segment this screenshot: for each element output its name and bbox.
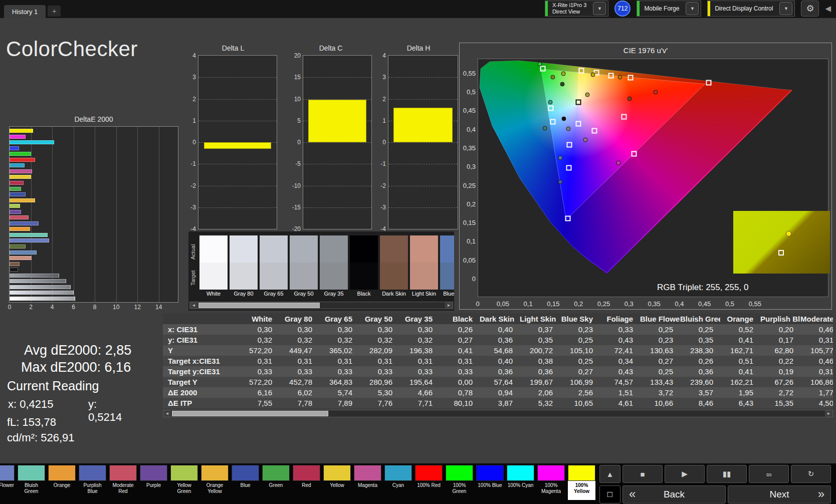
patch-button[interactable]: Red (293, 465, 320, 500)
results-table: WhiteGray 80Gray 65Gray 50Gray 35BlackDa… (163, 313, 833, 408)
scroll-right-icon[interactable]: ► (445, 302, 453, 309)
deltae-x-tick-label: 14 (155, 304, 162, 311)
deltaC-ylabels: 20151050-5-10-15-20 (290, 55, 303, 229)
rgb-triplet-label: RGB Triplet: 255, 255, 0 (657, 283, 748, 293)
table-cell: 7,89 (319, 399, 359, 407)
table-cell: 2,72 (760, 388, 800, 397)
top-bar-right: X-Rite i1Pro 3 Direct View ▼ 712 Mobile … (545, 1, 836, 18)
swatch[interactable]: Blue Sky (440, 235, 454, 299)
chevron-down-icon[interactable]: ▼ (686, 2, 699, 15)
scroll-left-icon[interactable]: ◄ (190, 302, 197, 309)
patch-label: Blue Flower (0, 481, 15, 500)
swatch-actual (410, 235, 438, 263)
play-button[interactable]: ▶ (665, 465, 705, 483)
stop-button[interactable]: ■ (622, 465, 663, 483)
table-scroll-track[interactable] (171, 410, 825, 417)
swatch[interactable]: Gray 35 (320, 235, 348, 299)
patch-label: Magenta (354, 481, 381, 500)
patch-button[interactable]: Yellow Green (170, 465, 198, 500)
table-cell: 106,86 (800, 378, 833, 386)
cie-x-tick-label: 0,1 (524, 300, 533, 308)
current-fl: fL: 153,78 (7, 416, 56, 429)
patch-button[interactable]: 100% Red (415, 465, 443, 500)
up-arrow-button[interactable]: ▲ (599, 465, 620, 483)
cie-y-tick-label: 0,3 (460, 163, 476, 170)
swatch[interactable]: White (199, 235, 228, 299)
swatch[interactable]: Gray 65 (260, 235, 288, 299)
table-cell: 72,41 (600, 346, 640, 355)
patch-button[interactable]: Orange Yellow (201, 465, 229, 500)
cie-target-marker (592, 128, 597, 134)
delta-y-tick-label: 0 (297, 139, 301, 146)
current-y: y: 0,5214 (88, 398, 122, 424)
scroll-left-icon[interactable]: ◄ (163, 410, 171, 417)
patch-button[interactable]: 100% Cyan (507, 465, 534, 500)
delta-y-tick-label: -5 (295, 160, 301, 167)
delta-gridline (388, 77, 458, 78)
patch-button[interactable]: Moderate Red (109, 465, 137, 500)
delta-y-tick-label: 10 (294, 96, 301, 103)
swatch[interactable]: Light Skin (410, 235, 438, 299)
patch-button[interactable]: Orange (48, 465, 76, 500)
cie-y-tick-label: 0,5 (460, 88, 476, 96)
delta-y-tick-label: 3 (382, 74, 386, 81)
refresh-button[interactable]: ↻ (791, 465, 831, 483)
cie-target-marker (540, 66, 545, 71)
patch-button[interactable]: Cyan (384, 465, 412, 500)
patch-button[interactable]: Green (262, 465, 290, 500)
table-cell: 0,23 (640, 336, 680, 344)
delta-bar (308, 100, 367, 142)
add-tab-button[interactable]: + (48, 6, 61, 17)
scroll-right-icon[interactable]: ► (825, 410, 832, 417)
patch-button[interactable]: Blue Flower (0, 465, 15, 500)
swatch-scroll-thumb[interactable] (198, 303, 320, 308)
table-header-cell: Light Skin (520, 315, 560, 323)
swatch-scrollbar[interactable]: ◄ ► (189, 302, 453, 309)
next-button[interactable]: Next » (728, 485, 831, 503)
patch-button[interactable]: Bluish Green (18, 465, 45, 500)
patch-button[interactable]: Purplish Blue (79, 465, 106, 500)
back-button[interactable]: « Back (622, 485, 726, 503)
patch-button[interactable]: 100% Green (446, 465, 473, 500)
display-control-dropdown[interactable]: Direct Display Control ▼ (707, 1, 795, 17)
workflow-dropdown[interactable]: Mobile Forge ▼ (637, 1, 701, 17)
patch-color (507, 465, 534, 481)
collapse-panel-icon[interactable]: ◀ (825, 4, 831, 13)
patch-button[interactable]: Magenta (354, 465, 381, 500)
swatch[interactable]: Gray 80 (230, 235, 258, 299)
table-cell: 10,65 (560, 399, 600, 407)
chevron-down-icon[interactable]: ▼ (593, 2, 606, 15)
deltae-x-tick-label: 12 (134, 304, 141, 311)
deltae-x-tick-label: 2 (29, 304, 33, 311)
table-cell: 0,33 (279, 367, 319, 376)
table-cell: 0,40 (480, 357, 520, 365)
swatch-scroll-track[interactable] (197, 302, 445, 309)
swatch[interactable]: Dark Skin (380, 235, 408, 299)
table-row: Target x:CIE310,310,310,310,310,310,310,… (163, 356, 833, 366)
patch-button[interactable]: 100% Blue (476, 465, 504, 500)
cie-measured-marker (627, 96, 632, 101)
patch-button[interactable]: 100% Magenta (537, 465, 565, 500)
swatch[interactable]: Gray 50 (290, 235, 318, 299)
cie-target-marker (628, 75, 633, 81)
swatch[interactable]: Black (350, 235, 378, 299)
pause-button[interactable]: ▮▮ (707, 465, 747, 483)
chevron-down-icon[interactable]: ▼ (779, 2, 792, 15)
cie-measured-marker (561, 71, 566, 76)
patch-button[interactable]: Blue (232, 465, 259, 500)
swatch-cells: WhiteGray 80Gray 65Gray 50Gray 35BlackDa… (199, 235, 454, 299)
gear-icon[interactable]: ⚙ (801, 1, 819, 17)
table-scrollbar[interactable]: ◄ ► (163, 410, 833, 417)
table-cell: 15,35 (760, 399, 800, 407)
loop-button[interactable]: ∞ (749, 465, 789, 483)
count-badge[interactable]: 712 (614, 1, 631, 17)
swatch-target (380, 263, 408, 290)
patch-button[interactable]: Purple (140, 465, 167, 500)
patch-button[interactable]: Yellow (323, 465, 351, 500)
pattern-window-button[interactable]: □ (599, 485, 620, 503)
meter-dropdown[interactable]: X-Rite i1Pro 3 Direct View ▼ (545, 1, 608, 17)
patch-button[interactable]: 100% Yellow (568, 465, 595, 500)
deltae-bar (10, 250, 37, 255)
history-tab[interactable]: History 1 (4, 5, 46, 18)
table-scroll-thumb[interactable] (172, 411, 328, 416)
